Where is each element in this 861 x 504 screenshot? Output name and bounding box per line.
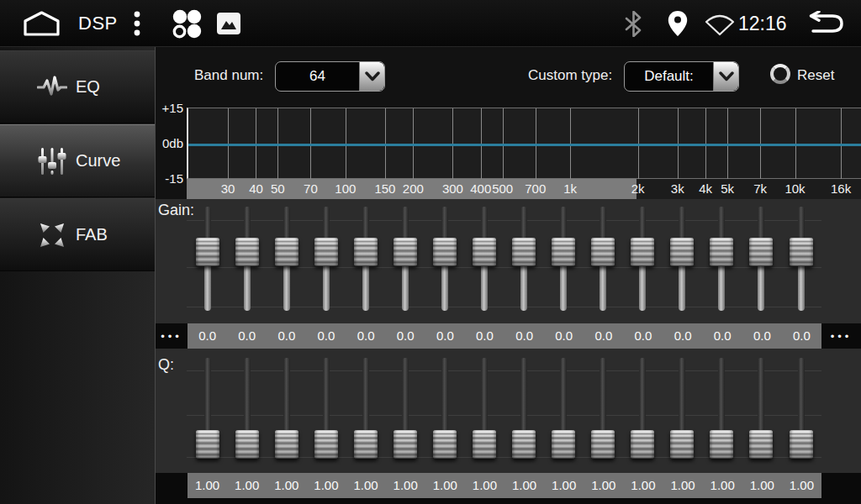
slider-handle[interactable] [433, 238, 457, 266]
q-slider-band-12[interactable] [631, 358, 654, 465]
slider-handle[interactable] [710, 430, 733, 459]
gain-slider-band-8[interactable] [473, 207, 496, 311]
sidebar-item-eq[interactable]: EQ [0, 50, 155, 123]
slider-handle[interactable] [314, 238, 338, 266]
slider-handle[interactable] [433, 430, 457, 459]
q-slider-band-5[interactable] [354, 358, 378, 465]
slider-handle[interactable] [512, 238, 536, 266]
gain-slider-band-15[interactable] [749, 207, 773, 311]
q-slider-band-14[interactable] [710, 358, 733, 465]
slider-handle[interactable] [591, 238, 615, 266]
slider-handle[interactable] [749, 430, 773, 459]
slider-handle[interactable] [631, 238, 654, 266]
slider-handle[interactable] [473, 238, 496, 266]
q-slider-band-10[interactable] [552, 358, 575, 465]
slider-handle[interactable] [196, 238, 219, 266]
q-slider-band-15[interactable] [749, 358, 773, 465]
q-slider-band-9[interactable] [512, 358, 536, 465]
chevron-down-icon[interactable] [713, 62, 738, 91]
slider-handle[interactable] [631, 430, 654, 459]
slider-handle[interactable] [790, 430, 813, 459]
dsp-app-window: DSP [0, 0, 861, 504]
slider-handle[interactable] [790, 238, 813, 266]
gain-slider-band-9[interactable] [512, 207, 536, 311]
q-slider-band-1[interactable] [196, 358, 219, 465]
q-slider-band-13[interactable] [670, 358, 694, 465]
gain-slider-band-3[interactable] [275, 207, 298, 311]
gain-slider-band-2[interactable] [235, 207, 259, 311]
gallery-icon [217, 13, 240, 34]
gain-values-strip: 0.00.00.00.00.00.00.00.00.00.00.00.00.00… [188, 323, 821, 349]
slider-track [600, 261, 606, 311]
gain-slider-band-11[interactable] [591, 207, 615, 311]
slider-handle[interactable] [314, 430, 338, 459]
q-value-band-10: 1.00 [544, 473, 584, 498]
slider-handle[interactable] [196, 430, 219, 459]
slider-handle[interactable] [710, 238, 733, 266]
gain-slider-band-7[interactable] [433, 207, 457, 311]
slider-handle[interactable] [394, 430, 417, 459]
gain-slider-band-4[interactable] [314, 207, 338, 311]
slider-handle[interactable] [591, 430, 615, 459]
gain-slider-band-10[interactable] [552, 207, 575, 311]
slider-handle[interactable] [512, 430, 536, 459]
q-value-band-8: 1.00 [465, 473, 504, 498]
gain-slider-band-14[interactable] [710, 207, 733, 311]
q-value-band-9: 1.00 [504, 473, 544, 498]
slider-handle[interactable] [394, 238, 417, 266]
bottom-edge-bar [156, 498, 861, 504]
sidebar-item-curve[interactable]: Curve [0, 124, 155, 197]
q-slider-band-8[interactable] [473, 358, 496, 465]
slider-handle[interactable] [354, 238, 378, 266]
gain-slider-band-16[interactable] [790, 207, 813, 311]
sidebar-item-label: FAB [76, 225, 108, 244]
reset-radio[interactable] [770, 64, 790, 84]
q-slider-band-11[interactable] [591, 358, 615, 465]
q-slider-band-16[interactable] [790, 358, 813, 465]
gain-slider-band-6[interactable] [394, 207, 417, 311]
slider-track [758, 261, 764, 311]
slider-handle[interactable] [473, 430, 496, 459]
overflow-menu-button[interactable] [133, 10, 141, 37]
gallery-button[interactable] [217, 13, 240, 34]
slider-handle[interactable] [670, 238, 694, 266]
slider-handle[interactable] [552, 238, 575, 266]
slider-track [639, 261, 646, 311]
slider-handle[interactable] [354, 430, 378, 459]
q-slider-band-7[interactable] [433, 358, 457, 465]
q-slider-band-3[interactable] [275, 358, 298, 465]
gain-value-band-10: 0.0 [544, 323, 584, 349]
slider-track [283, 358, 290, 435]
chevron-down-icon[interactable] [359, 62, 384, 91]
gain-value-band-6: 0.0 [386, 323, 425, 349]
slider-handle[interactable] [552, 430, 575, 459]
gain-slider-band-5[interactable] [354, 207, 378, 311]
reset-label[interactable]: Reset [797, 67, 834, 84]
home-button[interactable] [22, 10, 61, 37]
sidebar: EQ Curve [0, 47, 156, 504]
band-num-dropdown[interactable]: 64 [275, 61, 385, 92]
q-slider-band-2[interactable] [235, 358, 259, 465]
gain-slider-band-12[interactable] [631, 207, 654, 311]
slider-handle[interactable] [275, 238, 298, 266]
q-slider-band-4[interactable] [314, 358, 338, 465]
custom-type-dropdown[interactable]: Default: [624, 61, 739, 92]
q-values-strip: 1.001.001.001.001.001.001.001.001.001.00… [188, 473, 821, 498]
slider-track [560, 358, 567, 435]
gain-slider-band-13[interactable] [670, 207, 694, 311]
slider-handle[interactable] [235, 238, 259, 266]
gain-slider-band-1[interactable] [196, 207, 219, 311]
gain-scroll-right-button[interactable]: ••• [821, 323, 861, 349]
slider-handle[interactable] [749, 238, 773, 266]
gain-scroll-left-button[interactable]: ••• [156, 323, 188, 349]
back-button[interactable] [806, 11, 844, 36]
q-slider-band-6[interactable] [394, 358, 417, 465]
slider-track [520, 358, 527, 435]
slider-handle[interactable] [670, 430, 694, 459]
sidebar-item-fab[interactable]: FAB [0, 198, 155, 271]
slider-handle[interactable] [235, 430, 259, 459]
slider-handle[interactable] [275, 430, 298, 459]
slider-track [798, 358, 805, 435]
apps-button[interactable] [171, 8, 203, 39]
freq-tick-label-16k: 16k [831, 179, 851, 199]
